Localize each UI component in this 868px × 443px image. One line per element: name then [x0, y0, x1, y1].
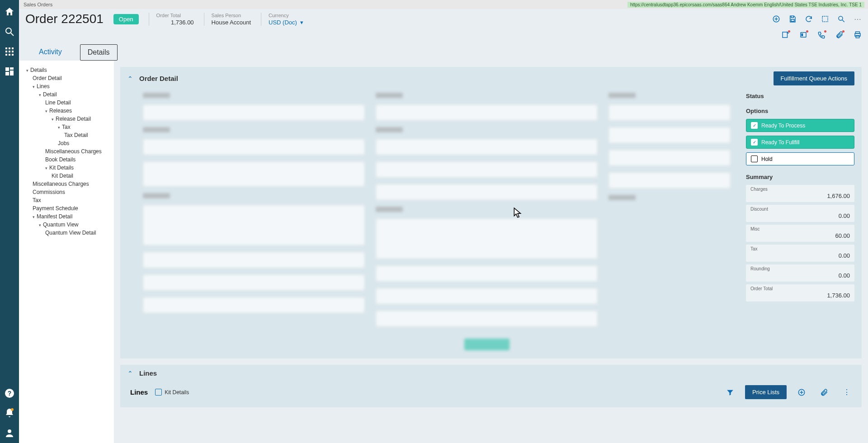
left-nav-rail: ?: [0, 0, 19, 443]
tree-node[interactable]: Quantum View Detail: [22, 229, 111, 237]
tree-node[interactable]: Book Details: [22, 156, 111, 164]
search-icon[interactable]: [837, 15, 845, 23]
header-currency[interactable]: Currency USD (Doc) ▾: [261, 13, 306, 26]
add-line-icon[interactable]: [797, 388, 806, 396]
svg-rect-5: [5, 51, 7, 52]
bell-icon[interactable]: [4, 408, 15, 419]
status-column: Status Options ✓Ready To Process ✓Ready …: [741, 93, 854, 350]
refresh-icon[interactable]: [805, 15, 813, 23]
tree-node[interactable]: Miscellaneous Charges: [22, 147, 111, 156]
lines-card: ⌃ Lines Lines Kit Details Price Lists ⋮: [120, 365, 862, 407]
save-icon[interactable]: [788, 15, 797, 23]
environment-info: https://centralusdtapp36.epicorsaas.com/…: [627, 2, 864, 8]
svg-rect-13: [10, 71, 14, 75]
svg-rect-7: [12, 51, 14, 52]
tree-node[interactable]: Order Detail: [22, 74, 111, 82]
fulfillment-queue-actions-button[interactable]: Fulfillment Queue Actions: [774, 71, 854, 85]
collapse-icon[interactable]: ⌃: [127, 75, 133, 82]
lines-subtitle: Lines: [130, 388, 148, 396]
summary-row: Rounding0.00: [746, 264, 854, 282]
tree-node[interactable]: Details: [22, 66, 111, 74]
price-lists-button[interactable]: Price Lists: [745, 385, 787, 399]
apps-icon[interactable]: [4, 46, 15, 57]
user-icon[interactable]: [4, 428, 15, 438]
top-bar: Sales Orders https://centralusdtapp36.ep…: [0, 0, 868, 9]
details-tree[interactable]: DetailsOrder DetailLinesDetailLine Detai…: [19, 61, 114, 443]
svg-rect-14: [5, 72, 9, 75]
summary-row: Charges1,676.00: [746, 185, 854, 202]
tree-node[interactable]: Release Detail: [22, 115, 111, 123]
tree-node[interactable]: Quantum View: [22, 221, 111, 229]
summary-row: Order Total1,736.00: [746, 284, 854, 302]
attach-line-icon[interactable]: [820, 388, 828, 396]
status-heading: Status: [746, 93, 854, 99]
order-col-2: [376, 93, 598, 350]
svg-rect-9: [9, 54, 10, 56]
status-chip: Open: [113, 14, 139, 24]
kit-details-checkbox[interactable]: Kit Details: [155, 389, 189, 396]
svg-rect-8: [5, 54, 7, 56]
tab-bar: Activity Details: [25, 39, 862, 61]
tab-details[interactable]: Details: [80, 44, 118, 61]
add-icon[interactable]: [772, 15, 780, 23]
svg-rect-24: [783, 32, 788, 38]
hold-checkbox[interactable]: Hold: [746, 152, 854, 165]
tree-node[interactable]: Tax: [22, 123, 111, 131]
tree-node[interactable]: Payment Schedule: [22, 204, 111, 212]
filter-icon[interactable]: [726, 388, 734, 396]
tree-node[interactable]: Miscellaneous Charges: [22, 180, 111, 188]
tree-node[interactable]: Commissions: [22, 188, 111, 196]
tab-activity[interactable]: Activity: [32, 44, 69, 61]
lines-card-title: Lines: [139, 369, 157, 377]
tree-node[interactable]: Tax Detail: [22, 131, 111, 139]
order-detail-card: ⌃ Order Detail Fulfillment Queue Actions: [120, 67, 862, 358]
page-title: Order 222501: [25, 12, 104, 26]
page-header: Order 222501 Open Order Total 1,736.00 S…: [19, 9, 868, 61]
tree-node[interactable]: Line Detail: [22, 99, 111, 107]
svg-rect-2: [5, 47, 7, 49]
svg-rect-10: [12, 54, 14, 56]
options-heading: Options: [746, 108, 854, 114]
ready-to-process-checkbox[interactable]: ✓Ready To Process: [746, 119, 854, 132]
dashboard-icon[interactable]: [4, 66, 15, 77]
tree-node[interactable]: Tax: [22, 196, 111, 204]
order-col-1: [143, 93, 365, 350]
select-icon[interactable]: [821, 15, 829, 23]
svg-rect-26: [802, 33, 803, 36]
tree-node[interactable]: Detail: [22, 90, 111, 99]
overflow-icon[interactable]: ⋯: [854, 15, 862, 23]
summary-row: Misc60.00: [746, 225, 854, 242]
detail-panel: ⌃ Order Detail Fulfillment Queue Actions: [114, 61, 868, 443]
help-icon[interactable]: ?: [4, 388, 15, 399]
svg-rect-12: [10, 67, 14, 70]
print-icon[interactable]: [854, 31, 862, 39]
collapse-icon[interactable]: ⌃: [127, 370, 133, 377]
memo-icon[interactable]: [799, 31, 807, 39]
tree-node[interactable]: Lines: [22, 82, 111, 90]
ready-to-fulfill-checkbox[interactable]: ✓Ready To Fullfill: [746, 136, 854, 149]
svg-line-1: [11, 33, 14, 36]
home-icon[interactable]: [4, 6, 15, 17]
header-sales-person: Sales Person House Account: [204, 13, 251, 26]
svg-text:?: ?: [8, 390, 12, 397]
svg-rect-21: [822, 16, 828, 22]
tree-node[interactable]: Kit Detail: [22, 172, 111, 180]
svg-rect-3: [9, 47, 10, 49]
call-icon[interactable]: [817, 31, 826, 39]
tree-node[interactable]: Manifest Detail: [22, 212, 111, 221]
svg-rect-4: [12, 47, 14, 49]
svg-rect-6: [9, 51, 10, 52]
svg-point-22: [839, 16, 843, 20]
note-icon[interactable]: [781, 31, 789, 39]
card-title: Order Detail: [139, 75, 178, 82]
more-line-icon[interactable]: ⋮: [843, 388, 851, 396]
tree-node[interactable]: Kit Details: [22, 164, 111, 172]
tree-node[interactable]: Releases: [22, 107, 111, 115]
summary-row: Tax0.00: [746, 245, 854, 262]
attachment-icon[interactable]: [835, 31, 844, 39]
tree-node[interactable]: Jobs: [22, 139, 111, 147]
summary-heading: Summary: [746, 174, 854, 180]
search-icon[interactable]: [4, 26, 15, 37]
main-area: Order 222501 Open Order Total 1,736.00 S…: [19, 9, 868, 443]
svg-point-0: [6, 28, 11, 33]
